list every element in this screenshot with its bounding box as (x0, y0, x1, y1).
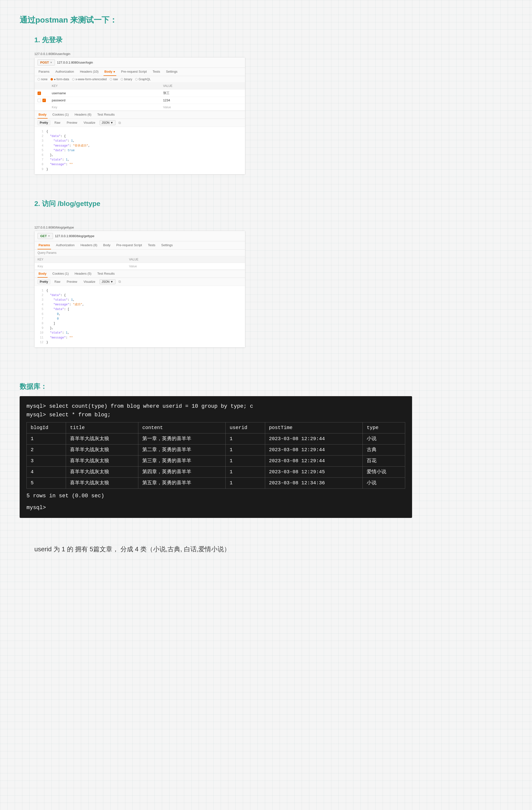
db-userid-1: 1 (226, 434, 265, 444)
body-type-raw[interactable]: raw (110, 78, 118, 81)
method-selector[interactable]: POST ▼ (37, 60, 55, 66)
radio-none (37, 78, 40, 81)
db-section-title: 数据库： (20, 382, 422, 391)
tab-prerequest[interactable]: Pre-request Script (120, 68, 148, 76)
tab-headers[interactable]: Headers (10) (79, 68, 100, 76)
mysql-prompt: mysql> (27, 503, 405, 512)
db-blogid-2: 2 (27, 444, 66, 456)
format-preview[interactable]: Preview (65, 120, 80, 125)
db-posttime-1: 2023-03-08 12:29:44 (265, 434, 363, 444)
query-params-label: Query Params (35, 249, 245, 256)
postman-login-request: POST ▼ 127.0.0.1:8080/user/login Params … (34, 57, 245, 175)
db-blog-table: blogId title content userid postTime typ… (27, 422, 405, 489)
db-col-blogid: blogId (27, 422, 66, 434)
resp-tab-body[interactable]: Body (37, 111, 48, 118)
gtab-authorization[interactable]: Authorization (55, 241, 76, 249)
gformat-preview[interactable]: Preview (65, 279, 80, 284)
resp-tab-cookies[interactable]: Cookies (1) (51, 111, 70, 118)
tab-settings[interactable]: Settings (165, 68, 179, 76)
table-row: 1 喜羊羊大战灰太狼 第一章，英勇的喜羊羊 1 2023-03-08 12:29… (27, 434, 405, 444)
checkbox-username[interactable]: ✓ (37, 92, 41, 95)
table-row: 4 喜羊羊大战灰太狼 第四章，英勇的喜羊羊 1 2023-03-08 12:29… (27, 467, 405, 477)
gettype-url-bar: GET ▼ 127.0.0.1:8080/blog/gettype (35, 231, 245, 241)
gcopy-icon[interactable]: ⧉ (118, 279, 121, 284)
rows-info: 5 rows in set (0.00 sec) (27, 492, 405, 500)
json-format-dropdown[interactable]: JSON ▼ (100, 120, 116, 125)
url-input[interactable]: 127.0.0.1:8080/user/login (57, 61, 242, 64)
value-empty[interactable]: Value (160, 104, 245, 111)
gettype-response-tabs: Body Cookies (1) Headers (5) Test Result… (35, 270, 245, 278)
copy-icon[interactable]: ⧉ (118, 121, 121, 125)
key-empty[interactable]: Key (49, 104, 160, 111)
gtab-prerequest[interactable]: Pre-request Script (115, 241, 143, 249)
tab-authorization[interactable]: Authorization (54, 68, 75, 76)
db-title-4: 喜羊羊大战灰太狼 (66, 467, 138, 477)
section-login-title: 1. 先登录 (34, 35, 422, 45)
body-type-binary[interactable]: binary (121, 78, 132, 81)
radio-binary (121, 78, 123, 81)
body-type-none[interactable]: none (37, 78, 48, 81)
gettype-response-json-body: 1{ 2 "data": { 3 "status": 1, 4 "message… (35, 286, 245, 347)
gtab-params[interactable]: Params (37, 241, 51, 249)
db-type-4: 爱情小说 (363, 467, 405, 477)
radio-raw (110, 78, 112, 81)
format-pretty[interactable]: Pretty (37, 120, 50, 125)
tab-body[interactable]: Body ● (103, 68, 116, 76)
db-col-posttime: postTime (265, 422, 363, 434)
terminal-line-1: mysql> select count(type) from blog wher… (27, 402, 405, 411)
db-posttime-5: 2023-03-08 12:34:36 (265, 477, 363, 489)
gresp-tab-body[interactable]: Body (37, 270, 48, 278)
body-type-bar: none ● form-data x-www-form-urlencoded r… (35, 76, 245, 83)
body-type-urlencoded[interactable]: x-www-form-urlencoded (72, 78, 107, 81)
format-bar: Pretty Raw Preview Visualize JSON ▼ ⧉ (35, 119, 245, 127)
key-username: username (49, 90, 160, 97)
gjson-format-dropdown[interactable]: JSON ▼ (100, 279, 116, 284)
gtab-body[interactable]: Body (102, 241, 112, 249)
checkbox-password-outer[interactable] (37, 99, 41, 102)
format-raw[interactable]: Raw (52, 120, 63, 125)
gresp-tab-cookies[interactable]: Cookies (1) (51, 270, 70, 278)
gt-col-value: VALUE (126, 256, 245, 263)
db-col-title: title (66, 422, 138, 434)
get-method-selector[interactable]: GET ▼ (37, 233, 53, 239)
gtab-settings[interactable]: Settings (160, 241, 174, 249)
body-type-formdata[interactable]: ● form-data (51, 78, 69, 81)
db-col-userid: userid (226, 422, 265, 434)
gresp-tab-testresults[interactable]: Test Results (96, 270, 116, 278)
tab-params[interactable]: Params (37, 68, 51, 76)
resp-tab-testresults[interactable]: Test Results (96, 111, 116, 118)
gresp-tab-headers[interactable]: Headers (5) (73, 270, 93, 278)
db-title-5: 喜羊羊大战灰太狼 (66, 477, 138, 489)
tab-tests[interactable]: Tests (152, 68, 161, 76)
terminal: mysql> select count(type) from blog wher… (20, 396, 412, 518)
gt-value-empty[interactable]: Value (126, 263, 245, 270)
gettype-url-input[interactable]: 127.0.0.1:8080/blog/gettype (55, 234, 242, 238)
gformat-raw[interactable]: Raw (52, 279, 63, 284)
body-type-graphql[interactable]: GraphQL (135, 78, 151, 81)
gt-key-empty[interactable]: Key (35, 263, 126, 270)
gformat-pretty[interactable]: Pretty (37, 279, 50, 284)
gformat-visualize[interactable]: Visualize (81, 279, 98, 284)
db-col-type: type (363, 422, 405, 434)
table-row: Key Value (35, 104, 245, 111)
response-section: Body Cookies (1) Headers (6) Test Result… (35, 111, 245, 174)
db-content-2: 第二章，英勇的喜羊羊 (138, 444, 226, 456)
gettype-response-section: Body Cookies (1) Headers (5) Test Result… (35, 270, 245, 347)
gettype-format-bar: Pretty Raw Preview Visualize JSON ▼ ⧉ (35, 278, 245, 286)
url-bar: POST ▼ 127.0.0.1:8080/user/login (35, 58, 245, 68)
db-userid-3: 1 (226, 456, 265, 467)
section-gettype-title: 2. 访问 /blog/gettype (34, 199, 422, 208)
response-json-body: 1{ 2 "data": { 3 "status": 1, 4 "message… (35, 127, 245, 174)
db-posttime-2: 2023-03-08 12:29:44 (265, 444, 363, 456)
db-blogid-3: 3 (27, 456, 66, 467)
checkbox-password[interactable]: ✓ (43, 99, 46, 102)
gtab-tests[interactable]: Tests (147, 241, 156, 249)
postman-gettype-request: GET ▼ 127.0.0.1:8080/blog/gettype Params… (34, 231, 245, 347)
gtab-headers[interactable]: Headers (8) (80, 241, 98, 249)
value-password: 1234 (160, 97, 245, 104)
table-row: ✓ username 张三 (35, 90, 245, 97)
resp-tab-headers[interactable]: Headers (6) (73, 111, 93, 118)
db-blogid-1: 1 (27, 434, 66, 444)
intro-title: 通过postman 来测试一下： (20, 15, 422, 26)
format-visualize[interactable]: Visualize (81, 120, 98, 125)
